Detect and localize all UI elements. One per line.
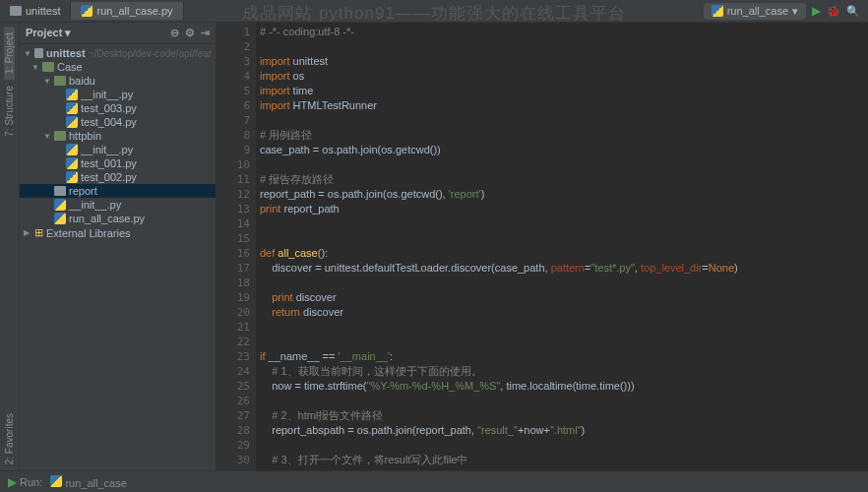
project-tree-panel: Project ▾ ⊖ ⚙ ⇥ ▼unittest ~/Desktop/dev-… bbox=[20, 23, 217, 470]
project-view-selector[interactable]: Project ▾ bbox=[26, 27, 71, 39]
tree-file-test001[interactable]: test_001.py bbox=[20, 156, 216, 170]
python-icon bbox=[50, 475, 62, 487]
code-editor[interactable]: 1234567891011121314151617181920212223242… bbox=[217, 23, 868, 470]
tree-folder-case[interactable]: ▼Case bbox=[20, 60, 216, 74]
tree-file-run-all[interactable]: run_all_case.py bbox=[20, 212, 216, 225]
python-icon bbox=[66, 116, 78, 128]
project-tab[interactable]: unittest bbox=[0, 2, 71, 20]
tree-file-init3[interactable]: __init__.py bbox=[20, 198, 216, 212]
run-configuration-selector[interactable]: run_all_case▾ bbox=[704, 3, 806, 20]
tool-window-bar-left: 1: Project 7: Structure 2: Favorites bbox=[0, 23, 20, 470]
folder-icon bbox=[42, 62, 54, 72]
python-icon bbox=[66, 144, 78, 155]
library-icon: ⊞ bbox=[34, 226, 43, 239]
overlay-watermark: 成品网站 python91——功能强大的在线工具平台 bbox=[242, 2, 626, 25]
tree-external-libraries[interactable]: ▶⊞ External Libraries bbox=[20, 225, 216, 240]
hide-icon[interactable]: ⇥ bbox=[201, 27, 210, 39]
project-tool-button[interactable]: 1: Project bbox=[4, 27, 15, 80]
gear-icon[interactable]: ⚙ bbox=[185, 27, 195, 39]
python-icon bbox=[66, 157, 78, 169]
status-bar: ▶ Run: run_all_case bbox=[0, 470, 868, 492]
python-icon bbox=[66, 171, 78, 183]
debug-button[interactable]: 🐞 bbox=[827, 5, 840, 18]
folder-icon bbox=[34, 48, 43, 58]
python-icon bbox=[54, 213, 66, 224]
chevron-down-icon: ▾ bbox=[792, 5, 798, 18]
collapse-icon[interactable]: ⊖ bbox=[170, 27, 179, 39]
run-status-file[interactable]: run_all_case bbox=[50, 475, 126, 489]
tree-folder-report[interactable]: report bbox=[20, 184, 216, 198]
folder-icon bbox=[10, 6, 22, 16]
python-icon bbox=[66, 102, 78, 114]
tree-file-test003[interactable]: test_003.py bbox=[20, 101, 216, 115]
folder-icon bbox=[54, 131, 66, 141]
code-content[interactable]: # -*- coding:utf-8 -*- import unittest i… bbox=[256, 23, 868, 470]
line-gutter: 1234567891011121314151617181920212223242… bbox=[217, 23, 256, 470]
structure-tool-button[interactable]: 7: Structure bbox=[4, 80, 15, 143]
run-button[interactable]: ▶ bbox=[812, 4, 821, 18]
tree-file-test004[interactable]: test_004.py bbox=[20, 115, 216, 129]
python-icon bbox=[54, 199, 66, 211]
folder-icon bbox=[54, 76, 66, 86]
python-icon bbox=[712, 5, 723, 17]
file-tab-run-all-case[interactable]: run_all_case.py bbox=[71, 2, 183, 20]
run-tool-button[interactable]: ▶ Run: bbox=[8, 475, 42, 489]
python-icon bbox=[66, 89, 78, 100]
tree-file-init2[interactable]: __init__.py bbox=[20, 143, 216, 156]
favorites-tool-button[interactable]: 2: Favorites bbox=[4, 407, 15, 470]
tree-root[interactable]: ▼unittest ~/Desktop/dev-code/api/fear bbox=[20, 46, 216, 60]
tree-file-test002[interactable]: test_002.py bbox=[20, 170, 216, 184]
project-panel-header: Project ▾ ⊖ ⚙ ⇥ bbox=[20, 23, 216, 44]
python-icon bbox=[81, 5, 93, 17]
search-icon[interactable]: 🔍 bbox=[846, 5, 860, 18]
folder-icon bbox=[54, 186, 66, 196]
tree-file-init[interactable]: __init__.py bbox=[20, 88, 216, 101]
tree-folder-baidu[interactable]: ▼baidu bbox=[20, 74, 216, 88]
tree-folder-httpbin[interactable]: ▼httpbin bbox=[20, 129, 216, 143]
project-tree[interactable]: ▼unittest ~/Desktop/dev-code/api/fear ▼C… bbox=[20, 44, 216, 242]
